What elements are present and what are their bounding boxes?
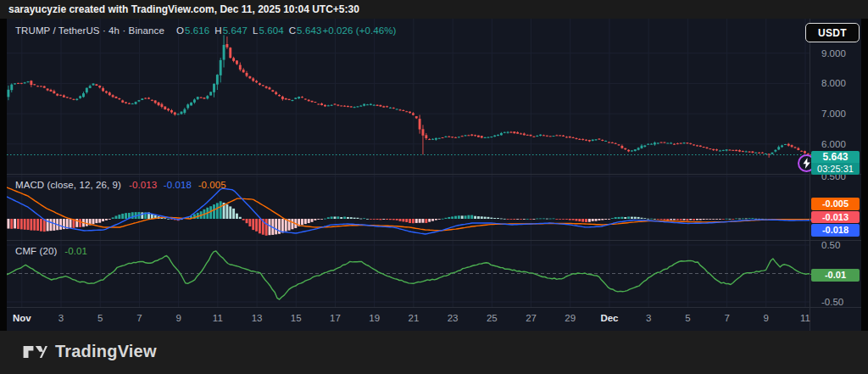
svg-text:-0.50: -0.50 bbox=[821, 297, 843, 307]
cmf-axis-label: -0.01 bbox=[811, 269, 860, 282]
snapshot-frame: sarayucyzie created with TradingView.com… bbox=[0, 0, 868, 374]
ohlc-high-value: 5.647 bbox=[223, 25, 248, 36]
macd-line-value: -0.018 bbox=[164, 180, 192, 190]
svg-text:0.50: 0.50 bbox=[821, 240, 840, 250]
svg-text:9: 9 bbox=[175, 313, 181, 323]
attribution-bar: sarayucyzie created with TradingView.com… bbox=[0, 0, 868, 19]
svg-text:11: 11 bbox=[213, 313, 223, 323]
svg-text:3: 3 bbox=[58, 313, 64, 323]
svg-text:6.000: 6.000 bbox=[821, 139, 846, 149]
svg-text:8.000: 8.000 bbox=[821, 78, 846, 88]
svg-text:7.000: 7.000 bbox=[821, 109, 846, 119]
macd-histogram-axis-label: -0.013 bbox=[811, 211, 860, 224]
chart-window[interactable]: 9.0008.0007.0006.0000.5000.50-0.50Nov357… bbox=[7, 19, 861, 331]
symbol-title: TRUMP / TetherUS · 4h · Binance bbox=[15, 25, 164, 36]
macd-line-axis-label: -0.018 bbox=[811, 224, 860, 237]
svg-text:27: 27 bbox=[526, 313, 537, 323]
cmf-title: CMF (20) bbox=[15, 246, 57, 256]
ohlc-high-label: H bbox=[214, 25, 221, 36]
svg-text:11: 11 bbox=[800, 313, 810, 323]
symbol-legend: TRUMP / TetherUS · 4h · BinanceO5.616H5.… bbox=[15, 25, 397, 36]
svg-text:23: 23 bbox=[448, 313, 459, 323]
macd-signal-value: -0.005 bbox=[198, 180, 226, 190]
cmf-value: -0.01 bbox=[64, 246, 87, 256]
macd-title: MACD (close, 12, 26, 9) bbox=[15, 180, 121, 190]
last-price-value: 5.643 bbox=[811, 151, 860, 163]
pane-separators bbox=[7, 19, 861, 331]
cmf-series bbox=[7, 251, 813, 299]
svg-text:9.000: 9.000 bbox=[821, 48, 846, 59]
svg-text:13: 13 bbox=[252, 313, 263, 323]
svg-text:17: 17 bbox=[330, 313, 341, 323]
macd-histogram-value: -0.013 bbox=[129, 180, 157, 190]
macd-series bbox=[7, 187, 816, 236]
svg-text:3: 3 bbox=[646, 313, 651, 323]
svg-text:Nov: Nov bbox=[13, 313, 31, 323]
ohlc-low-label: L bbox=[253, 25, 259, 36]
svg-text:9: 9 bbox=[764, 313, 769, 323]
price-change: +0.026 (+0.46%) bbox=[322, 25, 396, 36]
tradingview-logo-text: TradingView bbox=[55, 342, 157, 361]
macd-signal-axis-label: -0.005 bbox=[811, 198, 860, 210]
ohlc-close-label: C bbox=[289, 25, 296, 36]
svg-text:19: 19 bbox=[369, 313, 380, 323]
svg-text:5: 5 bbox=[685, 313, 690, 323]
ohlc-open-value: 5.616 bbox=[185, 25, 209, 36]
currency-toggle-button[interactable]: USDT bbox=[805, 23, 860, 42]
bar-countdown: 03:25:31 bbox=[811, 163, 860, 175]
chart-plot[interactable]: 9.0008.0007.0006.0000.5000.50-0.50Nov357… bbox=[7, 19, 861, 331]
ohlc-open-label: O bbox=[176, 25, 184, 36]
attribution-text: sarayucyzie created with TradingView.com… bbox=[8, 3, 359, 15]
last-price-label: 5.643 03:25:31 bbox=[811, 151, 860, 175]
svg-text:25: 25 bbox=[487, 313, 498, 323]
svg-text:7: 7 bbox=[136, 313, 142, 323]
tradingview-logo[interactable]: TradingView bbox=[22, 342, 157, 361]
macd-legend: MACD (close, 12, 26, 9)-0.013 -0.018 -0.… bbox=[15, 180, 226, 190]
svg-text:15: 15 bbox=[291, 313, 302, 323]
ohlc-close-value: 5.643 bbox=[297, 25, 321, 36]
ohlc-low-value: 5.604 bbox=[259, 25, 283, 36]
svg-text:Dec: Dec bbox=[600, 313, 619, 323]
time-axis[interactable]: Nov357911131517192123252729Dec357911 bbox=[13, 313, 810, 323]
svg-text:21: 21 bbox=[409, 313, 420, 323]
svg-text:7: 7 bbox=[724, 313, 729, 323]
svg-text:29: 29 bbox=[565, 313, 576, 323]
cmf-legend: CMF (20)-0.01 bbox=[15, 246, 87, 256]
svg-text:5: 5 bbox=[97, 313, 103, 323]
tradingview-logo-mark bbox=[22, 343, 47, 360]
logo-bar: TradingView bbox=[0, 331, 868, 374]
